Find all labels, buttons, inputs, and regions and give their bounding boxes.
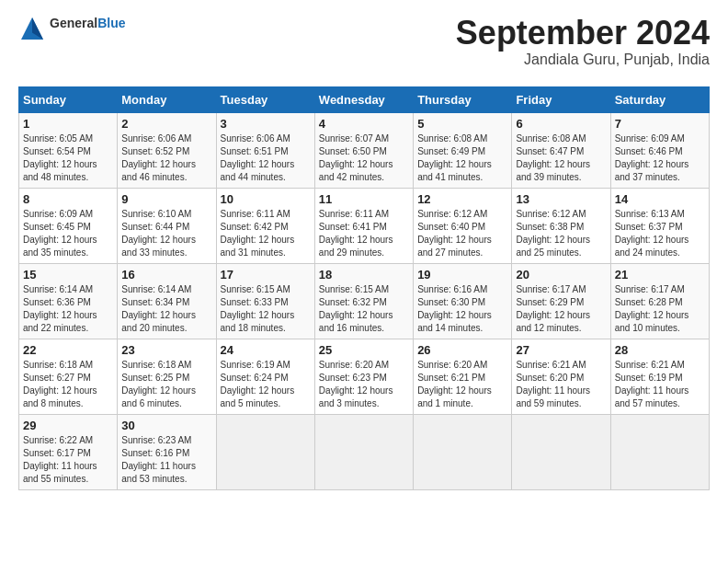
calendar-cell: 30Sunrise: 6:23 AM Sunset: 6:16 PM Dayli… [118, 414, 216, 489]
day-number: 27 [516, 343, 606, 357]
day-number: 4 [319, 117, 409, 131]
day-detail: Sunrise: 6:23 AM Sunset: 6:16 PM Dayligh… [121, 434, 211, 486]
day-number: 2 [121, 117, 211, 131]
day-detail: Sunrise: 6:16 AM Sunset: 6:30 PM Dayligh… [417, 283, 507, 335]
day-detail: Sunrise: 6:18 AM Sunset: 6:27 PM Dayligh… [23, 359, 113, 410]
day-number: 19 [417, 268, 507, 282]
calendar-cell [610, 414, 709, 489]
day-detail: Sunrise: 6:13 AM Sunset: 6:37 PM Dayligh… [615, 208, 705, 259]
day-number: 3 [221, 117, 311, 131]
day-detail: Sunrise: 6:07 AM Sunset: 6:50 PM Dayligh… [319, 132, 409, 184]
calendar-cell: 14Sunrise: 6:13 AM Sunset: 6:37 PM Dayli… [610, 188, 709, 263]
day-number: 22 [23, 343, 113, 357]
day-detail: Sunrise: 6:14 AM Sunset: 6:36 PM Dayligh… [23, 283, 113, 335]
calendar-cell: 3Sunrise: 6:06 AM Sunset: 6:51 PM Daylig… [216, 112, 314, 188]
day-number: 16 [121, 268, 211, 282]
day-detail: Sunrise: 6:17 AM Sunset: 6:29 PM Dayligh… [516, 283, 606, 335]
header-cell-friday: Friday [512, 86, 610, 112]
day-detail: Sunrise: 6:08 AM Sunset: 6:47 PM Dayligh… [516, 132, 606, 184]
page: GeneralBlue September 2024 Jandiala Guru… [0, 0, 728, 563]
day-detail: Sunrise: 6:11 AM Sunset: 6:41 PM Dayligh… [319, 208, 409, 259]
day-number: 11 [319, 192, 409, 206]
day-detail: Sunrise: 6:10 AM Sunset: 6:44 PM Dayligh… [121, 208, 211, 259]
day-detail: Sunrise: 6:06 AM Sunset: 6:52 PM Dayligh… [121, 132, 211, 184]
calendar-cell: 18Sunrise: 6:15 AM Sunset: 6:32 PM Dayli… [314, 263, 413, 339]
logo-general: GeneralBlue [50, 15, 125, 31]
day-number: 9 [121, 192, 211, 206]
day-number: 7 [615, 117, 705, 131]
header-cell-thursday: Thursday [414, 86, 512, 112]
calendar-cell: 26Sunrise: 6:20 AM Sunset: 6:21 PM Dayli… [414, 339, 512, 414]
calendar-cell: 7Sunrise: 6:09 AM Sunset: 6:46 PM Daylig… [610, 112, 709, 188]
calendar-cell: 17Sunrise: 6:15 AM Sunset: 6:33 PM Dayli… [216, 263, 314, 339]
week-row-3: 15Sunrise: 6:14 AM Sunset: 6:36 PM Dayli… [19, 263, 710, 339]
day-number: 30 [121, 419, 211, 432]
day-number: 14 [615, 192, 705, 206]
day-detail: Sunrise: 6:17 AM Sunset: 6:28 PM Dayligh… [615, 283, 705, 335]
calendar-cell: 25Sunrise: 6:20 AM Sunset: 6:23 PM Dayli… [314, 339, 413, 414]
calendar-cell: 21Sunrise: 6:17 AM Sunset: 6:28 PM Dayli… [610, 263, 709, 339]
header-cell-wednesday: Wednesday [314, 86, 413, 112]
day-detail: Sunrise: 6:12 AM Sunset: 6:40 PM Dayligh… [417, 208, 507, 259]
day-number: 21 [615, 268, 705, 282]
calendar-cell [512, 414, 610, 489]
header-cell-sunday: Sunday [19, 86, 118, 112]
week-row-1: 1Sunrise: 6:05 AM Sunset: 6:54 PM Daylig… [19, 112, 710, 188]
day-number: 12 [417, 192, 507, 206]
day-detail: Sunrise: 6:15 AM Sunset: 6:33 PM Dayligh… [221, 283, 311, 335]
day-number: 18 [319, 268, 409, 282]
day-number: 6 [516, 117, 606, 131]
day-detail: Sunrise: 6:15 AM Sunset: 6:32 PM Dayligh… [319, 283, 409, 335]
day-number: 28 [615, 343, 705, 357]
calendar-cell: 22Sunrise: 6:18 AM Sunset: 6:27 PM Dayli… [19, 339, 118, 414]
calendar-cell: 5Sunrise: 6:08 AM Sunset: 6:49 PM Daylig… [414, 112, 512, 188]
calendar-cell: 29Sunrise: 6:22 AM Sunset: 6:17 PM Dayli… [19, 414, 118, 489]
header-cell-tuesday: Tuesday [216, 86, 314, 112]
calendar-cell: 20Sunrise: 6:17 AM Sunset: 6:29 PM Dayli… [512, 263, 610, 339]
week-row-2: 8Sunrise: 6:09 AM Sunset: 6:45 PM Daylig… [19, 188, 710, 263]
day-detail: Sunrise: 6:06 AM Sunset: 6:51 PM Dayligh… [221, 132, 311, 184]
calendar-cell: 24Sunrise: 6:19 AM Sunset: 6:24 PM Dayli… [216, 339, 314, 414]
logo-area: GeneralBlue [18, 15, 125, 42]
calendar-cell: 27Sunrise: 6:21 AM Sunset: 6:20 PM Dayli… [512, 339, 610, 414]
top-row: GeneralBlue September 2024 Jandiala Guru… [18, 15, 710, 79]
day-number: 10 [221, 192, 311, 206]
calendar-cell: 13Sunrise: 6:12 AM Sunset: 6:38 PM Dayli… [512, 188, 610, 263]
day-detail: Sunrise: 6:19 AM Sunset: 6:24 PM Dayligh… [221, 359, 311, 410]
day-number: 26 [417, 343, 507, 357]
header-row: SundayMondayTuesdayWednesdayThursdayFrid… [19, 86, 710, 112]
header-cell-monday: Monday [118, 86, 216, 112]
day-detail: Sunrise: 6:09 AM Sunset: 6:46 PM Dayligh… [615, 132, 705, 184]
day-detail: Sunrise: 6:18 AM Sunset: 6:25 PM Dayligh… [121, 359, 211, 410]
day-number: 23 [121, 343, 211, 357]
calendar-cell: 12Sunrise: 6:12 AM Sunset: 6:40 PM Dayli… [414, 188, 512, 263]
logo-icon [18, 15, 46, 42]
day-detail: Sunrise: 6:20 AM Sunset: 6:23 PM Dayligh… [319, 359, 409, 410]
day-number: 20 [516, 268, 606, 282]
day-detail: Sunrise: 6:21 AM Sunset: 6:20 PM Dayligh… [516, 359, 606, 410]
calendar-cell: 15Sunrise: 6:14 AM Sunset: 6:36 PM Dayli… [19, 263, 118, 339]
day-number: 17 [221, 268, 311, 282]
calendar-table: SundayMondayTuesdayWednesdayThursdayFrid… [18, 86, 710, 490]
calendar-cell: 1Sunrise: 6:05 AM Sunset: 6:54 PM Daylig… [19, 112, 118, 188]
calendar-cell [216, 414, 314, 489]
calendar-cell: 16Sunrise: 6:14 AM Sunset: 6:34 PM Dayli… [118, 263, 216, 339]
calendar-body: 1Sunrise: 6:05 AM Sunset: 6:54 PM Daylig… [19, 112, 710, 489]
day-number: 5 [417, 117, 507, 131]
calendar-cell: 2Sunrise: 6:06 AM Sunset: 6:52 PM Daylig… [118, 112, 216, 188]
logo-text-general: General [50, 16, 97, 30]
day-detail: Sunrise: 6:09 AM Sunset: 6:45 PM Dayligh… [23, 208, 113, 259]
header-right: September 2024 Jandiala Guru, Punjab, In… [456, 15, 710, 75]
calendar-cell: 8Sunrise: 6:09 AM Sunset: 6:45 PM Daylig… [19, 188, 118, 263]
day-number: 8 [23, 192, 113, 206]
day-number: 25 [319, 343, 409, 357]
day-detail: Sunrise: 6:05 AM Sunset: 6:54 PM Dayligh… [23, 132, 113, 184]
calendar-cell [314, 414, 413, 489]
month-title: September 2024 [456, 15, 710, 52]
calendar-cell: 19Sunrise: 6:16 AM Sunset: 6:30 PM Dayli… [414, 263, 512, 339]
day-detail: Sunrise: 6:11 AM Sunset: 6:42 PM Dayligh… [221, 208, 311, 259]
calendar-cell: 11Sunrise: 6:11 AM Sunset: 6:41 PM Dayli… [314, 188, 413, 263]
day-detail: Sunrise: 6:14 AM Sunset: 6:34 PM Dayligh… [121, 283, 211, 335]
day-detail: Sunrise: 6:21 AM Sunset: 6:19 PM Dayligh… [615, 359, 705, 410]
week-row-5: 29Sunrise: 6:22 AM Sunset: 6:17 PM Dayli… [19, 414, 710, 489]
